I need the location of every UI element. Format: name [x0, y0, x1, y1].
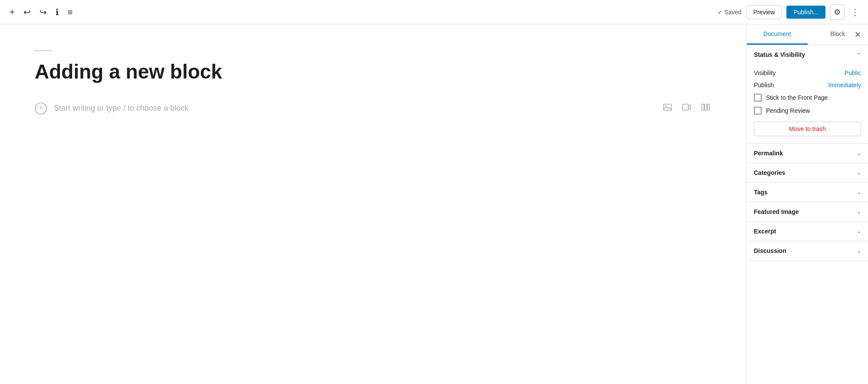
section-excerpt-title: Excerpt: [754, 228, 776, 235]
section-categories: Categories ⌄: [747, 163, 868, 183]
undo-button[interactable]: ↩: [21, 5, 33, 19]
publish-value[interactable]: Immediately: [829, 82, 861, 89]
block-placeholder[interactable]: Start writing or type / to choose a bloc…: [54, 104, 654, 113]
section-permalink-title: Permalink: [754, 150, 783, 157]
chevron-down-icon-permalink: ⌄: [857, 150, 861, 156]
sidebar-close-button[interactable]: ✕: [853, 28, 863, 41]
stick-checkbox[interactable]: [754, 94, 762, 102]
info-icon: ℹ: [56, 8, 59, 16]
stick-label[interactable]: Stick to the Front Page: [766, 94, 828, 101]
section-categories-header[interactable]: Categories ⌄: [747, 163, 868, 182]
title-divider: [35, 50, 52, 51]
info-button[interactable]: ℹ: [53, 5, 62, 19]
pending-label[interactable]: Pending Review: [766, 107, 810, 114]
stick-row: Stick to the Front Page: [754, 94, 861, 102]
pending-checkbox[interactable]: [754, 107, 762, 115]
ellipsis-icon: ⋮: [851, 7, 859, 17]
plus-circle-icon: +: [39, 104, 43, 113]
section-discussion: Discussion ⌄: [747, 241, 868, 261]
main-layout: Adding a new block + Start writing or ty…: [0, 24, 868, 384]
undo-icon: ↩: [23, 8, 31, 16]
toolbar-left: + ↩ ↪ ℹ ≡: [7, 5, 75, 19]
section-permalink-header[interactable]: Permalink ⌄: [747, 144, 868, 163]
columns-block-icon[interactable]: [700, 101, 712, 115]
tab-document[interactable]: Document: [747, 24, 808, 45]
section-discussion-header[interactable]: Discussion ⌄: [747, 241, 868, 260]
section-tags-header[interactable]: Tags ⌄: [747, 183, 868, 202]
publish-row: Publish Immediately: [754, 82, 861, 89]
visibility-value[interactable]: Public: [845, 69, 861, 76]
redo-icon: ↪: [39, 8, 47, 16]
redo-button[interactable]: ↪: [37, 5, 49, 19]
move-to-trash-button[interactable]: Move to trash: [754, 121, 861, 136]
section-status-visibility-header[interactable]: Status & Visibility ⌄: [747, 45, 868, 64]
section-discussion-title: Discussion: [754, 247, 786, 254]
chevron-down-icon-featured-image: ⌄: [857, 209, 861, 215]
add-block-toolbar-button[interactable]: +: [7, 5, 17, 19]
section-featured-image-title: Featured Image: [754, 208, 799, 215]
svg-rect-5: [707, 104, 710, 110]
section-tags: Tags ⌄: [747, 183, 868, 202]
block-inserter-row: + Start writing or type / to choose a bl…: [35, 101, 712, 115]
visibility-row: Visibility Public: [754, 69, 861, 76]
section-excerpt-header[interactable]: Excerpt ⌄: [747, 222, 868, 241]
block-type-icons: [661, 101, 712, 115]
saved-status: ✓ Saved: [717, 9, 742, 16]
svg-rect-0: [664, 104, 671, 110]
toolbar-right: ✓ Saved Preview Publish... ⚙ ⋮: [717, 4, 861, 20]
saved-text: Saved: [724, 9, 742, 16]
publish-label: Publish: [754, 82, 774, 89]
preview-button[interactable]: Preview: [746, 5, 783, 19]
plus-icon: +: [10, 8, 15, 16]
section-excerpt: Excerpt ⌄: [747, 222, 868, 241]
section-categories-title: Categories: [754, 169, 785, 176]
chevron-up-icon: ⌄: [857, 52, 861, 58]
section-status-visibility-content: Visibility Public Publish Immediately St…: [747, 64, 868, 143]
main-toolbar: + ↩ ↪ ℹ ≡ ✓ Saved Preview Publish... ⚙ ⋮: [0, 0, 868, 24]
more-options-button[interactable]: ⋮: [849, 5, 861, 19]
sidebar: Document Block ✕ Status & Visibility ⌄ V…: [746, 24, 868, 384]
list-icon: ≡: [68, 8, 73, 16]
settings-button[interactable]: ⚙: [830, 4, 845, 20]
section-status-visibility: Status & Visibility ⌄ Visibility Public …: [747, 45, 868, 144]
visibility-label: Visibility: [754, 69, 776, 76]
section-featured-image: Featured Image ⌄: [747, 202, 868, 222]
gear-icon: ⚙: [834, 7, 841, 17]
editor-area[interactable]: Adding a new block + Start writing or ty…: [0, 24, 746, 384]
image-block-icon[interactable]: [661, 101, 674, 115]
video-block-icon[interactable]: [681, 101, 693, 115]
check-icon: ✓: [717, 9, 723, 16]
section-tags-title: Tags: [754, 189, 768, 196]
list-view-button[interactable]: ≡: [65, 5, 76, 19]
chevron-down-icon-discussion: ⌄: [857, 248, 861, 254]
post-title[interactable]: Adding a new block: [35, 60, 712, 84]
chevron-down-icon-excerpt: ⌄: [857, 228, 861, 234]
sidebar-tabs: Document Block ✕: [747, 24, 868, 45]
chevron-down-icon-categories: ⌄: [857, 170, 861, 176]
chevron-down-icon-tags: ⌄: [857, 189, 861, 195]
section-featured-image-header[interactable]: Featured Image ⌄: [747, 202, 868, 221]
pending-row: Pending Review: [754, 107, 861, 115]
svg-rect-3: [702, 104, 704, 110]
svg-rect-4: [705, 104, 707, 110]
section-permalink: Permalink ⌄: [747, 144, 868, 163]
section-status-visibility-title: Status & Visibility: [754, 51, 805, 58]
inline-add-block-button[interactable]: +: [35, 102, 47, 115]
publish-button[interactable]: Publish...: [786, 6, 825, 19]
svg-rect-2: [683, 104, 688, 110]
